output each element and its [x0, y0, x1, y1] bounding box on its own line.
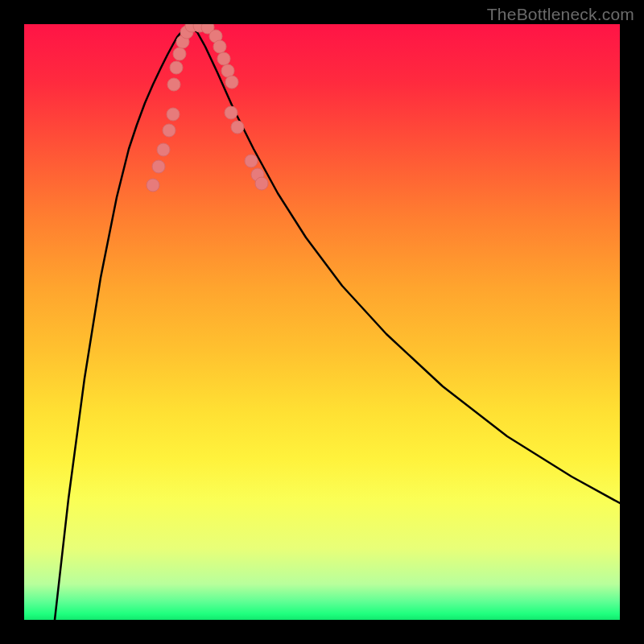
data-point — [231, 121, 244, 134]
data-point — [173, 47, 186, 60]
data-point — [152, 160, 165, 173]
data-point — [163, 124, 175, 137]
data-point — [225, 76, 238, 89]
data-point — [217, 52, 230, 65]
plot-area — [24, 24, 620, 620]
curve-right-branch — [189, 26, 620, 503]
curve-lines — [55, 26, 620, 620]
data-point — [225, 106, 237, 119]
data-point — [213, 40, 226, 53]
data-point — [170, 61, 183, 74]
data-point — [167, 108, 180, 121]
data-point — [157, 143, 170, 156]
data-point — [255, 177, 268, 190]
data-point — [167, 78, 180, 91]
chart-frame: TheBottleneck.com — [0, 0, 644, 644]
data-point — [147, 179, 159, 192]
chart-svg — [24, 24, 620, 620]
watermark-text: TheBottleneck.com — [487, 5, 634, 24]
data-point — [245, 155, 258, 167]
